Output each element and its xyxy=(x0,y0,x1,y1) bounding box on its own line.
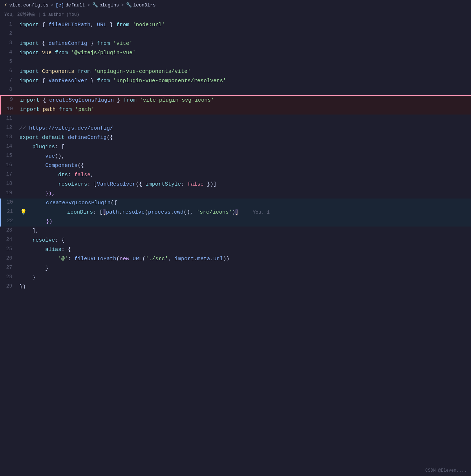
token: Components xyxy=(42,69,74,75)
token: createSvgIconsPlugin xyxy=(46,200,111,206)
code-line: 29}) xyxy=(0,283,471,292)
breadcrumb: ⚡ vite.config.ts > [e] default > 🔧 plugi… xyxy=(0,0,471,10)
token xyxy=(90,69,94,75)
line-content: Components({ xyxy=(18,161,471,171)
line-content: createSvgIconsPlugin({ xyxy=(19,199,471,208)
token: : [ xyxy=(93,209,103,215)
token: 'src/icons' xyxy=(196,209,232,215)
line-content: resolvers: [VantResolver({ importStyle: … xyxy=(18,180,471,189)
line-number: 3 xyxy=(0,39,18,46)
line-content xyxy=(18,30,471,31)
code-line: 12// https://vitejs.dev/config/ xyxy=(0,124,471,133)
code-line: 15 vue(), xyxy=(0,152,471,161)
token: defineConfig xyxy=(48,41,87,47)
line-number: 10 xyxy=(1,105,19,112)
git-info: You, 26秒钟前 | 1 author (You) xyxy=(0,10,471,20)
line-number: 29 xyxy=(0,283,18,289)
token: '@' xyxy=(58,256,68,262)
line-content: '@': fileURLToPath(new URL('./src', impo… xyxy=(18,255,471,264)
breadcrumb-default[interactable]: default xyxy=(65,3,85,8)
code-line: 17 dts: false, xyxy=(0,171,471,180)
line-content: } xyxy=(18,264,471,273)
token xyxy=(129,256,132,262)
token: resolve xyxy=(122,209,145,215)
code-line: 13export default defineConfig({ xyxy=(0,133,471,143)
watermark: CSDN @Eleven.... xyxy=(425,468,467,473)
breadcrumb-iconDirs[interactable]: iconDirs xyxy=(133,3,155,8)
token: : xyxy=(181,181,187,187)
line-content: import { createSvgIconsPlugin } from 'vi… xyxy=(19,96,471,105)
line-content: import { VantResolver } from 'unplugin-v… xyxy=(18,76,471,86)
token: ({ xyxy=(107,135,113,141)
iconDirs-icon: 🔧 xyxy=(126,2,132,8)
token: '@vitejs/plugin-vue' xyxy=(71,50,136,56)
bracket-icon: [e] xyxy=(56,3,64,8)
token: ( xyxy=(116,256,120,262)
token xyxy=(68,50,71,56)
line-content: alias: { xyxy=(18,245,471,255)
line-number: 20 xyxy=(1,199,19,205)
breadcrumb-plugins[interactable]: plugins xyxy=(99,3,119,8)
code-line: 20 createSvgIconsPlugin({ xyxy=(0,199,471,208)
token: dts xyxy=(58,172,68,178)
line-number: 18 xyxy=(0,180,18,186)
token: import xyxy=(20,97,39,103)
token: ( xyxy=(142,256,145,262)
breadcrumb-sep-3: > xyxy=(121,3,124,8)
token xyxy=(72,107,75,113)
line-content xyxy=(18,58,471,59)
token: . xyxy=(194,256,197,262)
token: }) xyxy=(46,219,52,225)
token: VantResolver xyxy=(48,78,87,84)
token: ({ xyxy=(111,200,117,206)
token xyxy=(52,50,55,56)
token xyxy=(74,69,78,75)
token: alias xyxy=(45,247,61,253)
token xyxy=(136,97,140,103)
token: import xyxy=(19,50,39,56)
line-number: 24 xyxy=(0,236,18,242)
line-content: import vue from '@vitejs/plugin-vue' xyxy=(18,48,471,58)
code-line: 1import { fileURLToPath, URL } from 'nod… xyxy=(0,20,471,30)
token xyxy=(39,135,42,141)
token xyxy=(19,191,45,197)
code-line: 26 '@': fileURLToPath(new URL('./src', i… xyxy=(0,255,471,264)
code-line: 8 xyxy=(0,86,471,95)
token: , xyxy=(90,22,97,28)
breadcrumb-file[interactable]: vite.config.ts xyxy=(9,3,48,8)
token: { xyxy=(39,78,48,84)
token: 'vite-plugin-svg-icons' xyxy=(140,97,214,103)
line-content: } xyxy=(18,273,471,283)
token: from xyxy=(97,78,110,84)
line-content: 💡 iconDirs: [[path.resolve(process.cwd()… xyxy=(19,208,471,217)
token xyxy=(19,181,58,187)
line-number: 21 xyxy=(1,208,19,214)
token: . xyxy=(171,209,174,215)
token xyxy=(19,172,58,178)
token: https://vitejs.dev/config/ xyxy=(29,125,113,131)
line-number: 26 xyxy=(0,255,18,261)
line-number: 8 xyxy=(0,86,18,92)
token: ] xyxy=(235,209,238,215)
token: fileURLToPath xyxy=(48,22,90,28)
token: process xyxy=(148,209,171,215)
line-content: import path from 'path' xyxy=(19,105,471,115)
code-line: 7import { VantResolver } from 'unplugin-… xyxy=(0,76,471,86)
line-number: 22 xyxy=(1,217,19,224)
line-content: }), xyxy=(18,189,471,199)
inline-hint: You, 1 xyxy=(253,210,270,215)
token: import xyxy=(19,41,39,47)
lightbulb-icon: 💡 xyxy=(20,209,27,215)
token xyxy=(39,69,42,75)
token: 'unplugin-vue-components/resolvers' xyxy=(113,78,226,84)
token: ({ xyxy=(78,163,84,169)
token: ], xyxy=(19,228,39,234)
token xyxy=(19,153,45,159)
token: url xyxy=(213,256,223,262)
token: meta xyxy=(197,256,210,262)
line-content: // https://vitejs.dev/config/ xyxy=(18,124,471,133)
token: resolvers xyxy=(58,181,87,187)
breadcrumb-sep-2: > xyxy=(87,3,90,8)
token: : xyxy=(68,172,74,178)
plugins-icon: 🔧 xyxy=(92,2,98,8)
